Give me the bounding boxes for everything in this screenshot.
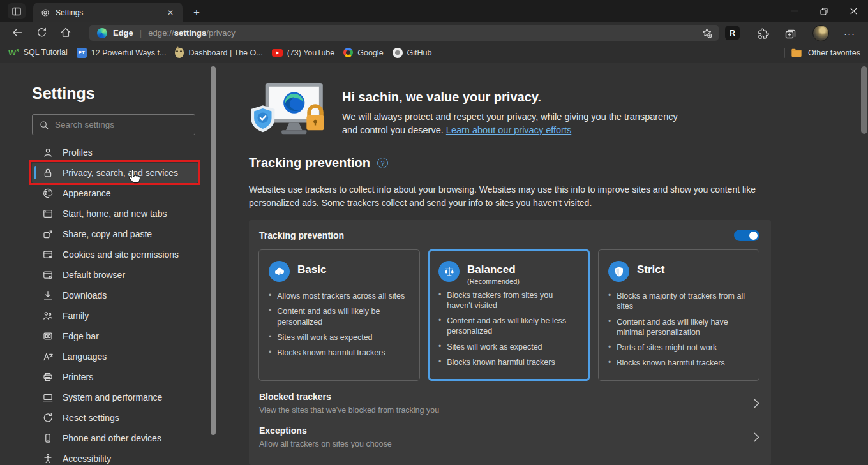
sidebar-item-cookies-site-permissions[interactable]: Cookies and site permissions [32,244,198,265]
main-scrollbar[interactable] [861,66,867,134]
bookmark-dashboard[interactable]: Dashboard | The O... [175,48,262,58]
settings-page: Settings Profiles Privacy, search, and s… [0,63,868,465]
sidebar-item-phone-other-devices[interactable]: Phone and other devices [32,428,198,448]
close-tab-icon[interactable]: ✕ [165,7,176,18]
reset-icon [42,412,54,424]
phone-icon [42,432,54,444]
site-label: Edge [113,28,133,38]
card-basic[interactable]: Basic •Allows most trackers across all s… [258,249,420,381]
bookmark-sql-tutorial[interactable]: W3 SQL Tutorial [8,48,68,57]
card-strict[interactable]: Strict •Blocks a majority of trackers fr… [598,249,760,381]
extension-r-button[interactable]: R [725,26,740,40]
edge-bar-icon [42,330,54,342]
extensions-button[interactable] [755,26,770,41]
sidebar-item-reset-settings[interactable]: Reset settings [32,408,198,428]
bookmark-google[interactable]: Google [343,48,383,57]
blocked-trackers-row[interactable]: Blocked trackers View the sites that we'… [249,392,771,415]
collections-button[interactable] [782,26,798,41]
section-description: Websites use trackers to collect info ab… [249,183,765,210]
chevron-right-icon [754,399,760,408]
sidebar-item-start-home-new-tabs[interactable]: Start, home, and new tabs [32,203,198,224]
home-button[interactable] [56,24,75,41]
search-settings-box[interactable] [32,114,195,135]
w3schools-icon: W3 [8,48,19,57]
window-icon [42,208,54,219]
basic-cloud-icon [269,261,290,282]
hero-title: Hi sachin, we value your privacy. [342,90,679,105]
monitor-icon [42,392,54,403]
browser-tab-settings[interactable]: Settings ✕ [33,3,183,22]
address-separator: | [140,28,142,38]
cookie-window-icon [42,249,54,260]
tab-actions-menu-button[interactable] [8,3,26,19]
card-balanced-selected[interactable]: Balanced (Recommended) •Blocks trackers … [428,249,590,381]
github-icon [393,48,403,58]
search-icon [39,120,49,130]
profile-avatar[interactable] [812,25,829,41]
settings-sidebar: Settings Profiles Privacy, search, and s… [0,63,217,465]
bookmark-12-powerful-ways[interactable]: PT 12 Powerful Ways t... [77,48,167,58]
url-text: edge://settings/privacy [148,28,236,38]
privacy-efforts-link[interactable]: Learn about our privacy efforts [446,125,571,135]
back-button[interactable] [8,24,27,41]
palette-icon [42,188,54,199]
tracking-prevention-panel: Tracking prevention Basic •Allows most t… [249,220,771,465]
accessibility-icon [42,453,54,464]
page-title: Settings [32,84,95,103]
privacy-illustration [249,80,324,139]
youtube-icon [272,49,283,57]
edge-browser-window: Settings ✕ + Edge | [0,0,868,465]
browser-check-icon [42,269,54,281]
vertical-tabs-icon [11,6,22,17]
search-settings-input[interactable] [55,120,188,129]
sidebar-scrollbar[interactable] [211,66,216,435]
other-favorites-button[interactable]: Other favorites [808,48,860,57]
sidebar-item-system-performance[interactable]: System and performance [32,387,198,408]
settings-nav: Profiles Privacy, search, and services A… [32,142,198,465]
tab-title: Settings [56,8,165,17]
sidebar-item-downloads[interactable]: Downloads [32,285,198,306]
printer-icon [42,371,54,383]
edge-logo-icon [97,28,107,38]
bookmark-label: GitHub [407,48,432,57]
annotation-highlight-box [29,160,200,185]
sidebar-item-edge-bar[interactable]: Edge bar [32,326,198,346]
new-tab-button[interactable]: + [189,5,204,20]
refresh-button[interactable] [32,24,51,41]
bookmark-label: SQL Tutorial [24,48,68,57]
add-favorite-button[interactable] [698,26,715,40]
bookmark-youtube[interactable]: (73) YouTube [272,48,335,57]
sidebar-item-printers[interactable]: Printers [32,367,198,387]
sidebar-item-share-copy-paste[interactable]: Share, copy and paste [32,224,198,244]
chevron-right-icon [754,432,760,442]
folder-icon [791,48,802,58]
balanced-scales-icon [438,261,460,282]
gear-icon [41,8,50,17]
google-icon [343,48,353,57]
balanced-bullets: •Blocks trackers from sites you haven't … [438,290,580,368]
bookmark-label: Dashboard | The O... [188,48,262,57]
tracking-prevention-toggle[interactable] [734,230,760,241]
bookmark-label: 12 Powerful Ways t... [91,48,167,57]
family-icon [42,310,54,321]
exceptions-row[interactable]: Exceptions Allow all trackers on sites y… [249,425,771,448]
sidebar-item-default-browser[interactable]: Default browser [32,265,198,285]
help-icon[interactable]: ? [377,158,388,168]
bookmark-label: (73) YouTube [287,48,335,57]
section-title: Tracking prevention [249,156,370,170]
sidebar-item-languages[interactable]: Languages [32,346,198,367]
sidebar-item-appearance[interactable]: Appearance [32,183,198,203]
sidebar-item-accessibility[interactable]: Accessibility [32,448,198,465]
close-window-button[interactable] [839,0,868,22]
settings-and-more-button[interactable]: ··· [841,26,858,41]
strict-shield-icon [608,261,629,282]
address-bar[interactable]: Edge | edge://settings/privacy [89,25,719,41]
bookmark-github[interactable]: GitHub [393,48,432,58]
person-icon [42,147,54,158]
hero-body: We will always protect and respect your … [342,110,679,137]
minimize-button[interactable] [780,0,809,22]
restore-button[interactable] [809,0,839,22]
toolbar-divider [775,27,775,38]
share-icon [42,228,54,240]
sidebar-item-family[interactable]: Family [32,306,198,326]
